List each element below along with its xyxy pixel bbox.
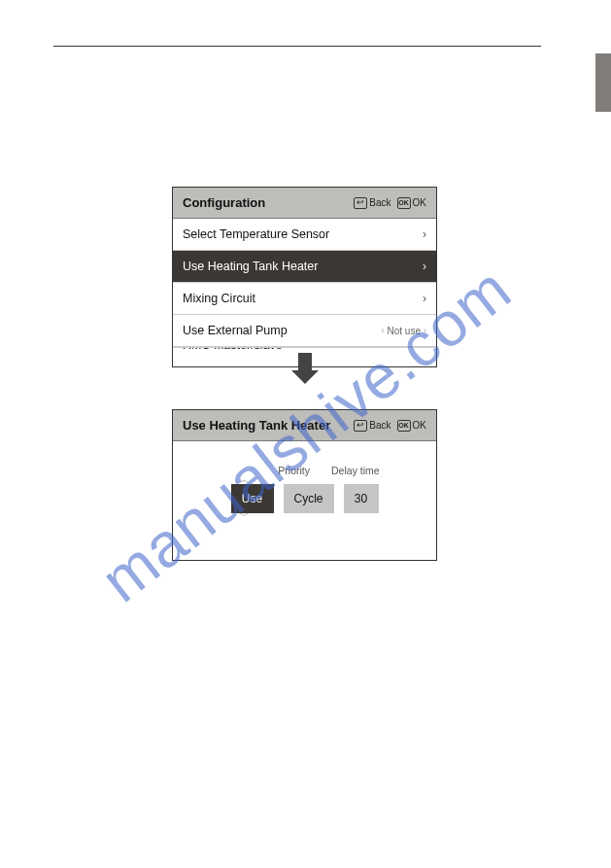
ok-icon: OK xyxy=(397,197,411,209)
chevron-down-icon[interactable]: ﹀ xyxy=(239,508,250,523)
menu-item-use-external-pump[interactable]: Use External Pump ‹ Not use › xyxy=(173,315,436,347)
panel-title: Use Heating Tank Heater xyxy=(183,418,348,433)
heating-tank-heater-panel: Use Heating Tank Heater ↩ Back OK OK Pri… xyxy=(172,409,437,561)
back-button[interactable]: ↩ Back xyxy=(354,197,390,209)
ok-button[interactable]: OK OK xyxy=(397,420,426,432)
value-text: Not use xyxy=(388,326,421,336)
chevron-right-icon: › xyxy=(423,260,426,273)
priority-label: Priority xyxy=(278,465,310,476)
back-icon: ↩ xyxy=(354,197,367,209)
delay-chip[interactable]: 30 xyxy=(344,484,379,513)
menu-item-mixing-circuit[interactable]: Mixing Circuit › xyxy=(173,283,436,315)
priority-chip[interactable]: Cycle xyxy=(284,484,334,513)
column-labels: Priority Delay time xyxy=(231,465,426,476)
menu-value: ‹ Not use › xyxy=(382,326,426,336)
arrow-down-icon xyxy=(298,353,312,370)
menu-label: Select Temperature Sensor xyxy=(183,227,417,241)
horizontal-rule xyxy=(53,46,541,47)
chevron-right-icon: › xyxy=(424,326,426,335)
back-label: Back xyxy=(369,420,390,431)
flow-arrow xyxy=(172,353,437,374)
menu-item-use-heating-tank-heater[interactable]: Use Heating Tank Heater › xyxy=(173,251,436,283)
menu-label: Use Heating Tank Heater xyxy=(183,260,417,273)
back-icon: ↩ xyxy=(354,420,367,432)
panel-title: Configuration xyxy=(183,195,348,210)
menu-label: RMC master/slave xyxy=(183,347,426,352)
configuration-panel: Configuration ↩ Back OK OK Select Temper… xyxy=(172,187,437,367)
ok-button[interactable]: OK OK xyxy=(397,197,426,209)
menu-item-select-temp-sensor[interactable]: Select Temperature Sensor › xyxy=(173,219,436,251)
menu-label: Use External Pump xyxy=(183,324,382,337)
back-label: Back xyxy=(369,197,390,208)
value-row: ︿ ﹀ Use Cycle 30 xyxy=(183,484,426,513)
back-button[interactable]: ↩ Back xyxy=(354,420,390,432)
ok-label: OK xyxy=(413,420,426,431)
chevron-up-icon[interactable]: ︿ xyxy=(239,472,250,487)
chevron-left-icon: ‹ xyxy=(382,326,385,335)
menu-label: Mixing Circuit xyxy=(183,292,417,305)
ok-label: OK xyxy=(413,197,426,208)
delay-label: Delay time xyxy=(331,465,380,476)
chevron-right-icon: › xyxy=(423,227,426,241)
spinner-arrows[interactable]: ︿ ﹀ xyxy=(235,472,253,523)
panel-header: Use Heating Tank Heater ↩ Back OK OK xyxy=(173,410,436,441)
chevron-right-icon: › xyxy=(423,292,426,305)
page-thumb-tab xyxy=(595,53,611,112)
panel-header: Configuration ↩ Back OK OK xyxy=(173,188,436,219)
ok-icon: OK xyxy=(397,420,411,432)
panel-body: Priority Delay time ︿ ﹀ Use Cycle 30 xyxy=(173,441,436,560)
